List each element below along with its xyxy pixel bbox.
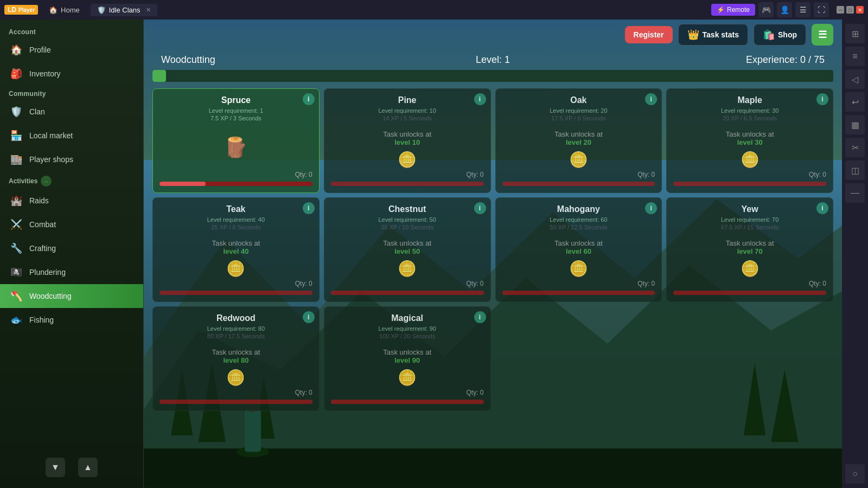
sidebar-item-clan[interactable]: 🛡️ Clan [0,100,143,124]
info-btn-mahogany[interactable]: i [645,202,657,214]
coin-icon-yew: 🪙 [726,260,774,278]
card-qty-locked-magical: Qty: 0 [331,389,484,396]
wood-card-yew[interactable]: iYewLevel requirement: 7067.5 XP / 15 Se… [666,197,833,302]
sidebar-item-woodcutting[interactable]: 🪓 Woodcutting [0,284,143,308]
expand-icon-btn[interactable]: ⛶ [814,2,829,17]
wood-card-mahogany[interactable]: iMahoganyLevel requirement: 6050 XP / 12… [495,197,662,302]
unlock-level: level 90 [394,356,420,364]
sidebar-item-fishing[interactable]: 🐟 Fishing [0,308,143,332]
activities-toggle[interactable]: ↔ [41,176,52,187]
card-xp-locked-maple: 20 XP / 6.5 Seconds [673,115,826,121]
fishing-label: Fishing [29,316,54,324]
card-xp-locked-teak: 25 XP / 8 Seconds [159,224,312,230]
rs-icon-5[interactable]: ▦ [845,115,865,134]
card-name-pine: Pine [331,95,484,105]
xp-progress-fill [152,70,166,82]
info-btn-magical[interactable]: i [474,311,486,323]
card-progress-locked-magical [331,400,484,404]
sidebar-item-combat[interactable]: ⚔️ Combat [0,213,143,236]
right-sidebar: ⊞ ≡ ◁ ↩ ▦ ✂ ◫ — ○ [842,20,868,488]
coin-icon-maple: 🪙 [726,151,774,169]
rs-icon-7[interactable]: ◫ [845,160,865,180]
card-image-locked-pine: Task unlocks atlevel 10 🪙 [331,126,484,169]
card-image-locked-mahogany: Task unlocks atlevel 60 🪙 [502,235,655,278]
info-btn-chestnut[interactable]: i [474,202,486,214]
activities-header: Activities ↔ [0,171,143,189]
wood-card-spruce[interactable]: iSpruceLevel requirement: 17.5 XP / 3 Se… [152,88,320,193]
nav-down-button[interactable]: ▼ [46,458,65,477]
game-tab[interactable]: 🛡️ Idle Clans ✕ [91,4,157,16]
remote-button[interactable]: ⚡ Remote [711,4,755,16]
task-unlocks-label: Task unlocks atlevel 40 [212,239,260,255]
close-window-button[interactable]: ✕ [856,6,864,14]
card-req-pine: Level requirement: 10 [331,107,484,114]
woodcutting-label: Woodcutting [29,292,72,300]
info-btn-oak[interactable]: i [645,93,657,105]
wood-card-magical[interactable]: iMagicalLevel requirement: 90100 XP / 20… [324,306,491,411]
crown-icon: 👑 [687,29,699,41]
wood-card-maple[interactable]: iMapleLevel requirement: 3020 XP / 6.5 S… [666,88,833,193]
profile-icon: 🏠 [9,42,24,57]
shop-button[interactable]: 🛍️ Shop [754,24,806,46]
card-name-yew: Yew [673,204,826,214]
rs-icon-3[interactable]: ◁ [845,69,865,89]
task-unlocks-label: Task unlocks atlevel 80 [212,348,260,364]
minimize-button[interactable]: ─ [837,6,844,14]
info-btn-spruce[interactable]: i [303,93,315,105]
sidebar-item-profile[interactable]: 🏠 Profile [0,38,143,62]
card-name-oak: Oak [502,95,655,105]
rs-icon-1[interactable]: ⊞ [845,24,865,43]
card-xp-locked-pine: 14 XP / 5 Seconds [331,115,484,121]
sidebar-item-local-market[interactable]: 🏪 Local market [0,124,143,147]
info-btn-yew[interactable]: i [816,202,828,214]
info-btn-maple[interactable]: i [816,93,828,105]
card-qty-locked-yew: Qty: 0 [673,280,826,287]
info-btn-teak[interactable]: i [303,202,315,214]
sidebar-item-inventory[interactable]: 🎒 Inventory [0,62,143,86]
nav-up-button[interactable]: ▲ [78,458,98,477]
card-req-magical: Level requirement: 90 [331,325,484,332]
card-image-locked-chestnut: Task unlocks atlevel 50 🪙 [331,235,484,278]
plundering-label: Plundering [29,268,66,277]
plundering-icon: 🏴‍☠️ [9,265,24,280]
card-req-chestnut: Level requirement: 50 [331,216,484,223]
close-tab-button[interactable]: ✕ [146,7,151,14]
app-logo: LD Player [4,5,38,15]
sidebar-item-plundering[interactable]: 🏴‍☠️ Plundering [0,260,143,284]
card-image-locked-teak: Task unlocks atlevel 40 🪙 [159,235,312,278]
unlock-level: level 70 [737,247,763,255]
sidebar-item-crafting[interactable]: 🔧 Crafting [0,236,143,260]
task-stats-button[interactable]: 👑 Task stats [678,24,748,46]
gamepad-icon-btn[interactable]: 🎮 [758,2,774,17]
card-progress-locked-mahogany [502,291,655,295]
sidebar-item-raids[interactable]: 🏰 Raids [0,189,143,213]
rs-icon-6[interactable]: ✂ [845,138,865,157]
home-tab[interactable]: 🏠 Home [42,4,86,16]
info-btn-redwood[interactable]: i [303,311,315,323]
info-btn-pine[interactable]: i [474,93,486,105]
maximize-button[interactable]: □ [846,6,854,14]
card-progress-spruce [159,182,312,186]
task-unlocks-label: Task unlocks atlevel 10 [383,130,431,146]
wood-card-teak[interactable]: iTeakLevel requirement: 4025 XP / 8 Seco… [152,197,320,302]
rs-icon-8[interactable]: — [845,183,865,203]
lightning-icon: ⚡ [717,6,725,14]
menu-icon-btn[interactable]: ☰ [795,2,810,17]
wood-card-chestnut[interactable]: iChestnutLevel requirement: 5035 XP / 10… [324,197,491,302]
cards-area[interactable]: iSpruceLevel requirement: 17.5 XP / 3 Se… [144,82,842,488]
wood-card-redwood[interactable]: iRedwoodLevel requirement: 8080 XP / 17.… [152,306,320,411]
inventory-label: Inventory [29,69,61,78]
rs-icon-9[interactable]: ○ [845,464,865,484]
skill-level: Level: 1 [382,54,604,66]
wood-card-oak[interactable]: iOakLevel requirement: 2017.5 XP / 6 Sec… [495,88,662,193]
register-button[interactable]: Register [625,26,673,43]
unlock-level: level 50 [394,247,420,255]
card-xp-locked-chestnut: 35 XP / 10 Seconds [331,224,484,230]
wood-card-pine[interactable]: iPineLevel requirement: 1014 XP / 5 Seco… [324,88,491,193]
menu-button[interactable]: ☰ [812,24,833,46]
rs-icon-2[interactable]: ≡ [845,47,865,66]
sidebar-item-player-shops[interactable]: 🏬 Player shops [0,147,143,171]
user-icon-btn[interactable]: 👤 [777,2,792,17]
rs-icon-4[interactable]: ↩ [845,92,865,112]
logo-player-text: Player [18,7,35,13]
